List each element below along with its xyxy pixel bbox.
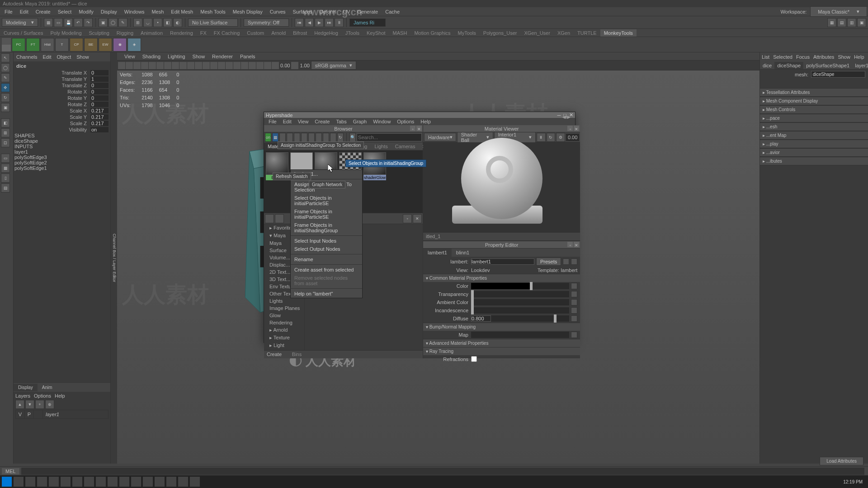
taskbar-app-icon[interactable] [143,477,153,487]
ae-section[interactable]: Tessellation Attributes [760,88,868,97]
category-item[interactable]: Image Planes [264,305,304,312]
hy-view-menu[interactable]: View [295,118,311,125]
shelf-tab[interactable]: FX Caching [210,29,243,37]
shelf-tab[interactable]: Rigging [113,29,137,37]
tb-icon[interactable] [279,133,286,142]
snap-point-icon[interactable]: • [153,18,162,27]
vp-textured-icon[interactable] [195,62,202,69]
undo-icon[interactable]: ↶ [74,18,83,27]
layer-name[interactable]: layer1 [43,412,108,417]
ae-selected-menu[interactable]: Selected [773,54,793,60]
ae-section[interactable]: ...avior [760,148,868,157]
layout-custom-icon[interactable]: ▤ [1,183,10,192]
taskbar-app-icon[interactable] [96,477,106,487]
load-attributes-button[interactable]: Load Attributes [820,457,863,465]
input-item[interactable]: polySoftEdge2 [14,160,109,165]
menu-mesh-display[interactable]: Mesh Display [229,8,266,15]
raytrace-section[interactable]: Ray Tracing [423,347,580,355]
show-menu[interactable]: Show [74,53,92,61]
search-icon[interactable]: 🔍 [349,133,356,142]
layers-options-menu[interactable]: Options [34,393,51,399]
shelf-tab[interactable]: Poly Modeling [47,29,85,37]
shelf-tab[interactable]: MASH [389,29,411,37]
menu-select[interactable]: Select [54,8,75,15]
context-menu-item[interactable]: Create asset from selected [291,266,362,274]
shelf-tab[interactable]: FX [197,29,210,37]
browser-tab[interactable]: Cameras [392,143,419,150]
panel-pop-icon[interactable]: ▫ [567,126,573,131]
material-viewer-canvas[interactable] [423,142,580,233]
vp-view-menu[interactable]: View [122,53,138,60]
channel-value[interactable]: 1 [90,76,108,82]
presets-button[interactable]: Presets [536,258,561,266]
input-item[interactable]: layer1 [14,149,109,155]
shelf-tab[interactable]: Arnold [268,29,289,37]
ae-tab[interactable]: layer1 [852,62,868,69]
hypershade-titlebar[interactable]: Hypershade ─ □ ✕ [264,112,575,118]
prop-tab[interactable]: blinn1 [452,249,474,257]
shelf-icon[interactable]: CP [70,38,83,52]
shelf-tab[interactable]: XGen_User [520,29,553,37]
shelf-tab[interactable]: Curves / Surfaces [0,29,47,37]
ae-section[interactable]: Mesh Component Display [760,97,868,105]
layer-playback[interactable]: P [25,410,34,418]
taskbar-app-icon[interactable] [108,477,118,487]
taskbar-app-icon[interactable] [190,477,200,487]
map-button[interactable] [571,283,577,289]
workspace-dropdown[interactable]: Maya Classic*▾ [810,6,867,17]
tb-icon[interactable] [294,133,300,142]
ae-section[interactable]: ...ent Map [760,131,868,140]
vp-isolate-icon[interactable] [249,62,256,69]
hy-edit-menu[interactable]: Edit [280,118,294,125]
vp-camera-icon[interactable] [118,62,125,69]
ae-section[interactable]: Mesh Controls [760,105,868,114]
refractions-checkbox[interactable] [471,356,477,362]
vp-lights-icon[interactable] [203,62,210,69]
prop-tab[interactable]: lambert1 [423,249,452,257]
panel-close-icon[interactable]: ✕ [574,242,579,247]
context-menu-item[interactable]: Select Objects in initialParticleSE [291,194,362,207]
layout-two-icon[interactable]: ▯ [1,174,10,183]
taskbar-app-icon[interactable] [166,477,176,487]
vp-dof-icon[interactable] [241,62,248,69]
ae-section[interactable]: ...ibutes [760,157,868,165]
channel-value[interactable]: 0.217 [90,108,108,113]
channel-box-tab[interactable]: Channel Box / Layer Editor [111,52,117,464]
menu-cache[interactable]: Cache [382,8,403,15]
shelf-tab-active[interactable]: MonkeyTools [600,29,637,37]
shelf-tab[interactable]: TURTLE [574,29,600,37]
vp-gate-icon[interactable] [156,62,164,69]
context-menu-item[interactable]: Frame Objects in initialParticleSE [291,207,362,221]
layer-down-icon[interactable]: ▼ [25,400,34,409]
context-menu-item[interactable]: Help on "lambert" [291,290,362,298]
layer-visibility[interactable]: V [16,410,25,418]
vp-motion-icon[interactable] [233,62,241,69]
marking-menu-item[interactable]: Refresh Swatch [273,173,311,180]
layer-add-icon[interactable]: + [35,400,44,409]
panel-pop-icon[interactable]: ▫ [567,242,573,247]
shelf-tab[interactable]: XGen [554,29,574,37]
layout2-icon[interactable]: ▤ [837,18,846,27]
taskbar-taskview-icon[interactable] [37,477,47,487]
frame-sel-icon[interactable]: ⊡ [1,138,10,147]
hy-window-menu[interactable]: Window [370,118,393,125]
layers-menu[interactable]: Layers [15,393,30,399]
snap-plane-icon[interactable]: ◧ [163,18,172,27]
lambert-name-field[interactable] [471,258,534,265]
layers-help-menu[interactable]: Help [55,393,65,399]
context-menu-item[interactable]: Frame Objects in initialShadingGroup [291,221,362,235]
ae-tab[interactable]: polySurfaceShape1 [803,62,852,69]
snap-live-icon[interactable]: ◐ [173,18,182,27]
mesh-name-field[interactable] [811,71,865,78]
ae-show-menu[interactable]: Show [838,54,850,60]
menu-file[interactable]: File [1,8,16,15]
wa-icon[interactable] [275,214,284,223]
map-button[interactable] [571,299,577,305]
viewer-renderer-dropdown[interactable]: Hardware▾ [424,133,456,141]
menu-windows[interactable]: Windows [121,8,148,15]
move-tool-icon[interactable]: ✥ [1,83,10,92]
create-label[interactable]: Create [267,352,282,357]
hy-file-menu[interactable]: File [266,118,279,125]
new-scene-icon[interactable]: ▦ [44,18,53,27]
color-slider[interactable] [471,307,569,314]
